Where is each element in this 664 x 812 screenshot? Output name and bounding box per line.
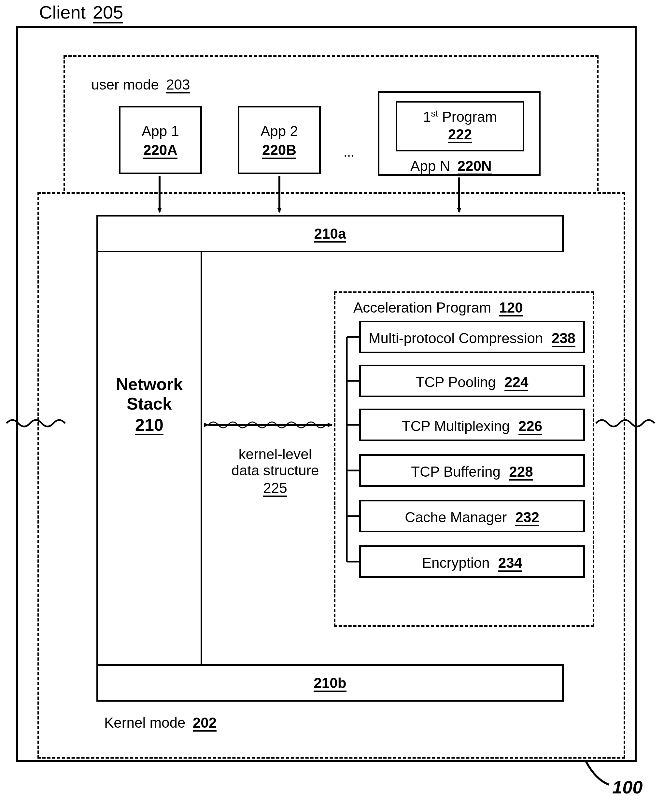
first-program-suffix: Program [438,109,497,125]
first-program-title: 1st Program [397,108,522,125]
first-program-num: 1 [423,109,431,125]
app-n-label: App N 220N [410,158,492,175]
app-1-ref: 220A [143,143,177,159]
accel-item-2: TCP Multiplexing 226 [359,408,585,441]
kernel-data-line1: kernel-level [221,446,329,462]
title-label: Client [39,2,86,23]
kernel-data-line2: data structure [221,462,329,478]
app-2-box: App 2 220B [238,106,321,174]
accel-item-1-ref: 224 [505,375,528,391]
title-ref: 205 [93,3,123,23]
network-stack-line1: Network [96,374,202,394]
kernel-data-label: kernel-level data structure 225 [221,446,329,497]
accel-item-1-name: TCP Pooling [416,374,496,390]
app-1-box: App 1 220A [119,106,202,174]
app-2-name: App 2 [239,123,319,139]
diagram-title: Client 205 [39,2,123,23]
accel-item-2-name: TCP Multiplexing [402,418,510,434]
user-mode-text: user mode [91,76,159,93]
accel-item-0-name: Multi-protocol Compression [369,330,543,346]
app-n-ref: 220N [457,159,492,175]
apps-ellipsis: ... [343,145,354,159]
app-1-name: App 1 [120,123,200,139]
accel-item-4-ref: 232 [515,510,539,526]
network-stack-label: Network Stack 210 [96,374,202,435]
layer-210b-box: 210b [96,664,564,701]
kernel-mode-text: Kernel mode [104,714,185,731]
mid-vertical-connector [200,251,202,666]
network-stack-ref: 210 [135,416,163,435]
first-program-ord: st [431,108,438,119]
accel-title-ref: 120 [499,300,522,316]
layer-210a-box: 210a [96,215,564,252]
accel-item-0: Multi-protocol Compression 238 [359,321,585,353]
accel-item-0-ref: 238 [552,331,575,347]
layer-210a-ref: 210a [314,226,346,242]
accel-title-text: Acceleration Program [353,299,491,316]
first-program-box: 1st Program 222 [395,101,524,151]
accel-item-4: Cache Manager 232 [359,500,585,532]
accel-title: Acceleration Program 120 [353,299,523,316]
user-mode-label: user mode 203 [91,76,190,93]
accel-item-5-ref: 234 [498,555,522,572]
accel-item-2-ref: 226 [518,419,542,435]
left-vertical-connector [96,251,98,666]
user-mode-ref: 203 [166,77,190,93]
network-stack-line2: Stack [96,394,202,413]
accel-item-1: TCP Pooling 224 [359,365,585,397]
first-program-ref: 222 [448,127,472,143]
accel-item-3: TCP Buffering 228 [359,454,585,487]
app-2-ref: 220B [262,143,296,159]
accel-item-5: Encryption 234 [359,545,585,578]
accel-item-3-ref: 228 [509,464,533,480]
figure-ref: 100 [612,776,643,798]
accel-item-4-name: Cache Manager [405,509,507,525]
kernel-mode-label: Kernel mode 202 [104,714,216,732]
kernel-mode-ref: 202 [193,715,216,732]
accel-item-5-name: Encryption [422,555,490,571]
layer-210b-ref: 210b [314,675,346,692]
app-n-name: App N [410,158,450,174]
accel-item-3-name: TCP Buffering [411,464,501,480]
kernel-data-ref: 225 [263,480,287,497]
